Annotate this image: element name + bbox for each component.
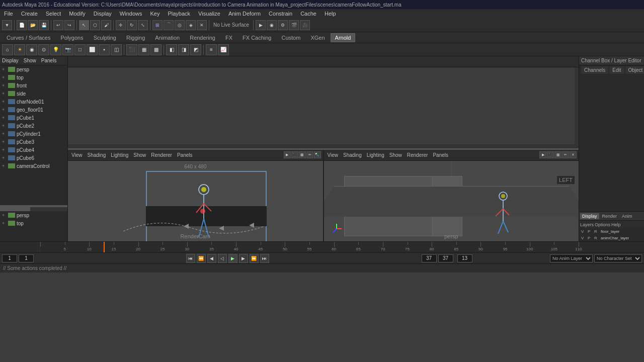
vp-icon-2[interactable]: ⬛ <box>291 151 298 158</box>
toolbar-mode-dropdown[interactable]: ▼ <box>2 20 12 30</box>
icon-attr[interactable]: ≡ <box>206 44 217 55</box>
object-tab[interactable]: Object <box>625 66 645 74</box>
toolbar-snap-grid[interactable]: ⊞ <box>152 20 163 30</box>
toolbar-snap-x[interactable]: ✕ <box>197 20 207 30</box>
outliner-item-pcube3[interactable]: + pCube3 <box>0 138 67 146</box>
toolbar-snap-curve[interactable]: ⌒ <box>164 20 174 30</box>
vp-view-menu[interactable]: View <box>70 152 84 158</box>
tab-curves-surfaces[interactable]: Curves / Surfaces <box>2 33 55 42</box>
channels-tab[interactable]: Channels <box>581 66 608 74</box>
menu-help[interactable]: Help <box>323 11 338 17</box>
vp-right-icon-3[interactable]: ▦ <box>554 151 561 158</box>
toolbar-snap-point[interactable]: ◎ <box>175 20 185 30</box>
prev-key[interactable]: ◀ <box>207 254 216 263</box>
outliner-item-pcube4[interactable]: + pCube4 <box>0 146 67 154</box>
range-end-input[interactable] <box>438 254 453 262</box>
outliner-item-pcylinder[interactable]: + pCylinder1 <box>0 130 67 138</box>
vp-right-view-menu[interactable]: View <box>326 152 340 158</box>
step-forward[interactable]: ⏩ <box>250 254 259 263</box>
go-to-start[interactable]: ⏮ <box>186 254 195 263</box>
playhead[interactable] <box>104 242 105 253</box>
timeline-area[interactable]: 5101520253035404550556065707580859095100… <box>0 241 644 252</box>
tab-rigging[interactable]: Rigging <box>122 33 149 42</box>
display-tab[interactable]: Display <box>580 213 599 219</box>
vp-icon-1[interactable]: ▶ <box>284 151 291 158</box>
anim-layer-select[interactable]: No Anim Layer <box>550 254 593 262</box>
tab-animation[interactable]: Animation <box>150 33 184 42</box>
icon-camera[interactable]: 📷 <box>62 44 73 55</box>
next-key[interactable]: ▶ <box>239 254 248 263</box>
toolbar-render2[interactable]: 🎬 <box>289 20 299 30</box>
menu-cache[interactable]: Cache <box>298 11 318 17</box>
menu-select[interactable]: Select <box>44 11 63 17</box>
outliner-item-persp-top[interactable]: + persp <box>0 65 67 73</box>
icon-snap-1[interactable]: ◧ <box>166 44 177 55</box>
vp-icon-3[interactable]: ▦ <box>299 151 306 158</box>
vp-right-shading-menu[interactable]: Shading <box>342 152 363 158</box>
vp-right-icon-2[interactable]: ⬛ <box>547 151 554 158</box>
outliner-lower-persp[interactable]: + persp <box>0 211 67 219</box>
outliner-item-front[interactable]: + front <box>0 81 67 89</box>
outliner-item-top[interactable]: + top <box>0 73 67 81</box>
icon-select-hier[interactable]: ▦ <box>138 44 149 55</box>
help-tab[interactable]: Help <box>611 222 621 227</box>
toolbar-move[interactable]: ✛ <box>116 20 126 30</box>
tab-sculpting[interactable]: Sculpting <box>89 33 121 42</box>
timeline-ruler[interactable]: 5101520253035404550556065707580859095100… <box>40 242 579 253</box>
vp-right-lighting-menu[interactable]: Lighting <box>365 152 386 158</box>
outliner-panels-menu[interactable]: Panels <box>41 58 57 63</box>
toolbar-save[interactable]: 💾 <box>39 20 49 30</box>
vp-right-icon-5[interactable]: ✕ <box>570 151 577 158</box>
vp-right-show-menu[interactable]: Show <box>388 152 404 158</box>
current-frame-input[interactable] <box>19 254 34 262</box>
menu-playback[interactable]: Playback <box>166 11 192 17</box>
icon-smooth[interactable]: ▪ <box>99 44 110 55</box>
vp-bottom-right-canvas[interactable]: LEFT <box>324 161 579 242</box>
outliner-item-pcube2[interactable]: + pCube2 <box>0 122 67 130</box>
play-back[interactable]: ◁ <box>218 254 227 263</box>
vp-panels-menu[interactable]: Panels <box>176 152 194 158</box>
menu-modify[interactable]: Modify <box>67 11 87 17</box>
layer-floor[interactable]: V P R floor_layer <box>579 228 644 235</box>
vp-renderer-menu[interactable]: Renderer <box>149 152 174 158</box>
outliner-item-pcube6[interactable]: + pCube6 <box>0 154 67 162</box>
icon-select-all[interactable]: ⬛ <box>126 44 137 55</box>
outliner-display-menu[interactable]: Display <box>2 58 19 63</box>
scrollbar-right[interactable] <box>575 67 579 148</box>
go-to-end[interactable]: ⏭ <box>260 254 269 263</box>
toolbar-ipr[interactable]: ◉ <box>267 20 277 30</box>
menu-create[interactable]: Create <box>19 11 40 17</box>
outliner-item-geofloor[interactable]: + geo_floor01 <box>0 106 67 114</box>
toolbar-undo[interactable]: ↩ <box>53 20 63 30</box>
menu-key[interactable]: Key <box>148 11 162 17</box>
toolbar-rotate[interactable]: ↻ <box>127 20 137 30</box>
tab-arnold[interactable]: Arnold <box>331 33 356 42</box>
play-forward[interactable]: ▶ <box>228 254 237 263</box>
outliner-item-side[interactable]: + side <box>0 89 67 98</box>
toolbar-render[interactable]: ▶ <box>256 20 266 30</box>
menu-visualize[interactable]: Visualize <box>196 11 222 17</box>
toolbar-snap-view[interactable]: ◈ <box>186 20 196 30</box>
menu-display[interactable]: Display <box>92 11 114 17</box>
toolbar-new[interactable]: 📄 <box>17 20 27 30</box>
outliner-item-charnode[interactable]: + charNode01 <box>0 98 67 106</box>
menu-windows[interactable]: Windows <box>118 11 144 17</box>
tab-xgen[interactable]: XGen <box>306 33 329 42</box>
character-set-select[interactable]: No Character Set <box>594 254 642 262</box>
toolbar-scale[interactable]: ⤡ <box>138 20 148 30</box>
vp-right-panels-menu[interactable]: Panels <box>431 152 450 158</box>
icon-xray[interactable]: ◫ <box>111 44 122 55</box>
outliner-item-cameracontrol[interactable]: + cameraControl <box>0 162 67 170</box>
vp-right-icon-1[interactable]: ▶ <box>539 151 546 158</box>
icon-select-comp[interactable]: ▩ <box>150 44 162 55</box>
edit-tab[interactable]: Edit <box>609 66 624 74</box>
vp-right-icon-4[interactable]: ✏ <box>562 151 569 158</box>
toolbar-settings[interactable]: ⚙ <box>278 20 288 30</box>
icon-sphere[interactable]: ◉ <box>26 44 37 55</box>
toolbar-open[interactable]: 📂 <box>28 20 38 30</box>
icon-snap-2[interactable]: ◨ <box>178 44 189 55</box>
toolbar-lasso[interactable]: ⬡ <box>90 20 100 30</box>
toolbar-paint[interactable]: 🖌 <box>101 20 111 30</box>
end-frame-input[interactable] <box>422 254 437 262</box>
icon-snap-3[interactable]: ◩ <box>190 44 201 55</box>
